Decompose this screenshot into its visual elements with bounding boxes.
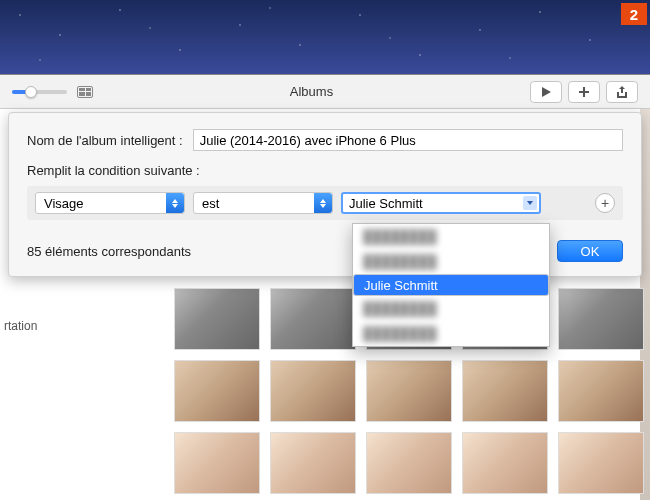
photo-thumbnail[interactable] — [270, 432, 356, 494]
photo-thumbnail[interactable] — [462, 360, 548, 422]
condition-intro-label: Remplit la condition suivante : — [27, 163, 623, 178]
add-condition-button[interactable]: + — [595, 193, 615, 213]
value-dropdown-list: ████████ ████████ Julie Schmitt ████████… — [352, 223, 550, 347]
photo-thumbnail[interactable] — [462, 432, 548, 494]
operator-value: est — [202, 196, 219, 211]
step-badge: 2 — [621, 3, 647, 25]
sidebar-item-import[interactable]: rtation — [0, 314, 48, 338]
sidebar-fragment: rtation — [0, 310, 48, 342]
caret-up-down-icon — [166, 193, 184, 213]
photo-thumbnail[interactable] — [174, 360, 260, 422]
dropdown-option[interactable]: ████████ — [353, 296, 549, 321]
photo-thumbnail[interactable] — [558, 432, 644, 494]
share-icon — [616, 86, 628, 98]
dropdown-option[interactable]: ████████ — [353, 224, 549, 249]
photo-thumbnail[interactable] — [558, 360, 644, 422]
photo-thumbnail[interactable] — [270, 360, 356, 422]
value-combobox[interactable]: Julie Schmitt — [341, 192, 541, 214]
photo-thumbnail[interactable] — [174, 432, 260, 494]
dropdown-option-selected[interactable]: Julie Schmitt — [353, 274, 549, 296]
dropdown-option[interactable]: ████████ — [353, 249, 549, 274]
add-button[interactable] — [568, 81, 600, 103]
thumbnail-size-slider[interactable] — [12, 90, 67, 94]
toolbar: Albums — [0, 75, 650, 109]
toolbar-title: Albums — [93, 84, 530, 99]
album-name-input[interactable] — [193, 129, 623, 151]
album-name-label: Nom de l'album intelligent : — [27, 133, 183, 148]
criterion-select[interactable]: Visage — [35, 192, 185, 214]
play-icon — [540, 86, 552, 98]
dropdown-option[interactable]: ████████ — [353, 321, 549, 346]
caret-up-down-icon — [314, 193, 332, 213]
grid-view-icon[interactable] — [77, 86, 93, 98]
ok-button[interactable]: OK — [557, 240, 623, 262]
chevron-down-icon — [523, 196, 537, 210]
share-button[interactable] — [606, 81, 638, 103]
operator-select[interactable]: est — [193, 192, 333, 214]
match-count-label: 85 éléments correspondants — [27, 244, 191, 259]
condition-row: Visage est Julie Schmitt + — [27, 186, 623, 220]
plus-icon — [578, 86, 590, 98]
plus-icon: + — [601, 195, 609, 211]
slider-knob[interactable] — [25, 86, 37, 98]
criterion-value: Visage — [44, 196, 84, 211]
themed-header-banner: 2 — [0, 0, 650, 75]
photo-thumbnail[interactable] — [366, 432, 452, 494]
photo-thumbnail[interactable] — [366, 360, 452, 422]
photo-thumbnail[interactable] — [270, 288, 356, 350]
value-text: Julie Schmitt — [349, 196, 423, 211]
photo-thumbnail[interactable] — [174, 288, 260, 350]
photo-thumbnail[interactable] — [558, 288, 644, 350]
play-slideshow-button[interactable] — [530, 81, 562, 103]
